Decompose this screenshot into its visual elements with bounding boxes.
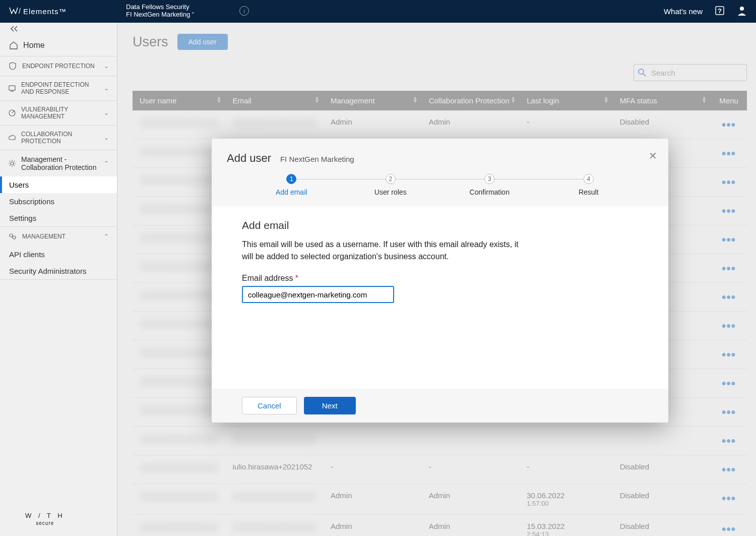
chevron-down-icon: ⌄ [104, 85, 109, 92]
home-icon [9, 41, 18, 50]
whats-new-link[interactable]: What's new [664, 7, 703, 16]
step-1: 1Add email [242, 174, 341, 196]
org-parent: Data Fellows Security [126, 3, 195, 11]
top-bar: / Elements™ Data Fellows Security FI Nex… [0, 0, 756, 23]
chevron-down-icon: ⌄ [104, 109, 109, 116]
help-icon[interactable]: ? [715, 6, 725, 17]
user-icon[interactable] [737, 6, 747, 17]
step-2: 2User roles [341, 174, 440, 196]
org-selector[interactable]: Data Fellows Security FI NextGen Marketi… [126, 3, 195, 19]
step-4: 4Result [539, 174, 639, 196]
nav-settings[interactable]: Settings [0, 210, 117, 226]
radar-icon [8, 108, 16, 117]
nav-collaboration[interactable]: COLLABORATION PROTECTION ⌄ [0, 126, 117, 150]
chevron-up-icon: ⌃ [104, 160, 109, 167]
stepper: 1Add email 2User roles 3Confirmation 4Re… [227, 174, 653, 196]
shield-icon [8, 62, 17, 71]
svg-point-9 [13, 236, 16, 239]
modal-title: Add user [227, 152, 271, 165]
screen-icon [8, 84, 16, 93]
svg-text:/: / [19, 7, 21, 14]
svg-text:?: ? [718, 7, 722, 15]
cancel-button[interactable]: Cancel [242, 397, 297, 414]
gears-icon [8, 232, 17, 241]
step-3: 3Confirmation [440, 174, 539, 196]
svg-rect-4 [9, 86, 15, 90]
nav-subscriptions[interactable]: Subscriptions [0, 193, 117, 210]
modal-body-desc: This email will be used as a username. I… [242, 239, 524, 263]
close-icon[interactable]: ✕ [649, 150, 657, 162]
info-icon[interactable]: i [239, 6, 249, 16]
email-input[interactable] [242, 286, 394, 303]
footer-brand: W / T H secure [25, 512, 65, 526]
nav-mgmt-collab[interactable]: Management - Collaboration Protection ⌃ [0, 150, 117, 176]
nav-endpoint-protection[interactable]: ENDPOINT PROTECTION ⌄ [0, 56, 117, 76]
cloud-icon [8, 133, 16, 142]
nav-security-admins[interactable]: Security Administrators [0, 263, 117, 279]
modal-subtitle: FI NextGen Marketing [280, 155, 354, 163]
modal-body-title: Add email [242, 219, 638, 231]
nav-users[interactable]: Users [0, 176, 117, 193]
svg-point-7 [11, 162, 14, 165]
nav-api-clients[interactable]: API clients [0, 246, 117, 263]
nav-edr[interactable]: ENDPOINT DETECTION AND RESPONSE ⌄ [0, 76, 117, 100]
add-user-modal: Add user FI NextGen Marketing ✕ 1Add ema… [212, 139, 668, 423]
gear-icon [8, 159, 16, 168]
org-current: FI NextGen Marketing [126, 11, 195, 19]
chevron-up-icon: ⌃ [104, 233, 109, 240]
nav-vulnerability[interactable]: VULNERABILITY MANAGEMENT ⌄ [0, 101, 117, 125]
collapse-sidebar-icon[interactable] [0, 23, 117, 35]
svg-point-8 [10, 234, 13, 237]
next-button[interactable]: Next [304, 397, 356, 414]
nav-home[interactable]: Home [0, 35, 117, 56]
svg-point-3 [740, 7, 744, 11]
email-label: Email address * [242, 274, 638, 283]
chevron-down-icon: ⌄ [104, 63, 109, 70]
brand-logo: / Elements™ [9, 7, 67, 16]
nav-management[interactable]: MANAGEMENT ⌃ [0, 227, 117, 246]
chevron-down-icon: ⌄ [104, 134, 109, 141]
sidebar: Home ENDPOINT PROTECTION ⌄ ENDPOINT DETE… [0, 23, 117, 536]
